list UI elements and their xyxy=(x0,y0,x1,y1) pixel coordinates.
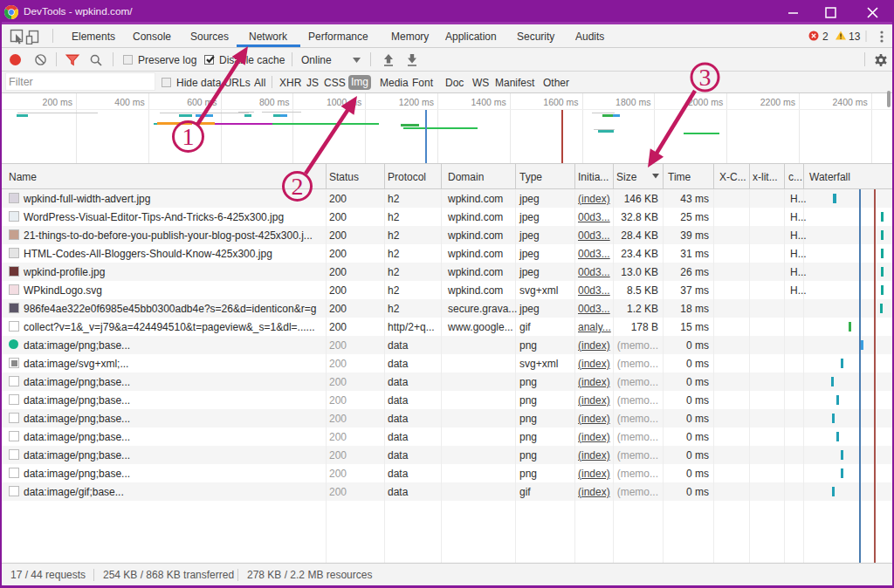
svg-text:2: 2 xyxy=(822,31,829,43)
svg-text:13: 13 xyxy=(849,31,861,43)
